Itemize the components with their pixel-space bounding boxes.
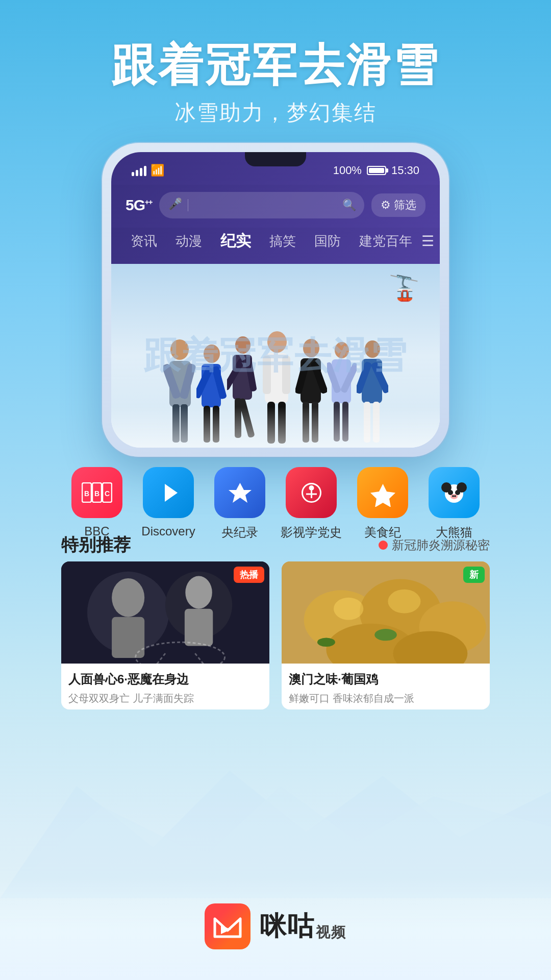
cctv-icon-circle bbox=[214, 467, 265, 518]
video-thumb-2: 新 bbox=[282, 561, 490, 664]
svg-point-59 bbox=[448, 490, 453, 495]
hero-section: 跟着冠军去滑雪 冰雪助力，梦幻集结 bbox=[0, 0, 551, 127]
phone-frame: 📶 100% 15:30 5G++ 🎤 🔍 bbox=[102, 143, 449, 457]
svg-point-82 bbox=[374, 629, 397, 641]
search-area: 5G++ 🎤 🔍 ⚙ 筛选 bbox=[111, 185, 440, 228]
badge-new: 新 bbox=[463, 567, 485, 583]
signal-icon bbox=[132, 165, 146, 176]
video-desc-2: 鲜嫩可口 香味浓郁自成一派 bbox=[289, 691, 483, 705]
channel-panda[interactable]: 大熊猫 bbox=[418, 467, 490, 541]
section-link-text: 新冠肺炎溯源秘密 bbox=[392, 537, 490, 553]
svg-point-53 bbox=[309, 485, 314, 491]
brand-logo: 5G++ bbox=[126, 198, 152, 213]
tab-anime[interactable]: 动漫 bbox=[166, 229, 211, 253]
video-title-1: 人面兽心6·恶魔在身边 bbox=[68, 671, 262, 688]
wifi-icon: 📶 bbox=[151, 164, 164, 177]
svg-point-60 bbox=[455, 490, 460, 495]
svg-marker-50 bbox=[165, 484, 178, 502]
svg-text:C: C bbox=[105, 489, 110, 498]
time-display: 15:30 bbox=[391, 164, 419, 177]
mic-icon[interactable]: 🎤 bbox=[167, 198, 183, 213]
section-link[interactable]: 新冠肺炎溯源秘密 bbox=[379, 537, 490, 553]
tab-documentary[interactable]: 纪实 bbox=[211, 228, 260, 255]
channel-food[interactable]: 美食纪 bbox=[347, 467, 418, 541]
nav-tabs: 资讯 动漫 纪实 搞笑 国防 建党百年 ☰ bbox=[111, 228, 440, 264]
filter-button[interactable]: ⚙ 筛选 bbox=[371, 193, 425, 217]
video-thumb-1: 热播 bbox=[61, 561, 269, 664]
phone-mockup: 📶 100% 15:30 5G++ 🎤 🔍 bbox=[102, 143, 449, 457]
channel-bbc[interactable]: B B C BBC bbox=[61, 467, 133, 538]
bbc-icon-circle: B B C bbox=[71, 467, 122, 518]
status-left: 📶 bbox=[132, 164, 164, 177]
phone-screen: 📶 100% 15:30 5G++ 🎤 🔍 bbox=[111, 152, 440, 448]
svg-text:B: B bbox=[94, 489, 99, 498]
phone-notch bbox=[245, 152, 306, 166]
banner: 跟着冠军去滑雪 🚡 bbox=[111, 264, 440, 448]
tab-news[interactable]: 资讯 bbox=[121, 229, 166, 253]
video-info-2: 澳门之味·葡国鸡 鲜嫩可口 香味浓郁自成一派 bbox=[282, 664, 490, 709]
app-logo-icon bbox=[205, 903, 251, 949]
svg-point-81 bbox=[388, 590, 420, 614]
video-card-2[interactable]: 新 澳门之味·葡国鸡 鲜嫩可口 香味浓郁自成一派 bbox=[282, 561, 490, 709]
video-info-1: 人面兽心6·恶魔在身边 父母双双身亡 儿子满面失踪 bbox=[61, 664, 269, 709]
hero-subtitle: 冰雪助力，梦幻集结 bbox=[0, 99, 551, 127]
svg-point-61 bbox=[450, 494, 458, 499]
channel-cctv[interactable]: 央纪录 bbox=[204, 467, 276, 541]
channel-party[interactable]: 影视学党史 bbox=[276, 467, 347, 541]
svg-marker-85 bbox=[221, 925, 231, 934]
svg-text:B: B bbox=[84, 489, 89, 498]
hero-title: 跟着冠军去滑雪 bbox=[0, 41, 551, 90]
channel-discovery[interactable]: Discovery bbox=[133, 467, 204, 538]
search-divider bbox=[188, 199, 188, 211]
video-title-2: 澳门之味·葡国鸡 bbox=[289, 671, 483, 688]
video-cards-row: 热播 人面兽心6·恶魔在身边 父母双双身亡 儿子满面失踪 bbox=[61, 561, 490, 709]
svg-marker-84 bbox=[215, 919, 240, 937]
svg-point-62 bbox=[452, 495, 454, 497]
status-right: 100% 15:30 bbox=[333, 164, 419, 177]
svg-rect-70 bbox=[185, 609, 213, 646]
svg-point-69 bbox=[185, 576, 212, 609]
badge-hot: 热播 bbox=[234, 567, 264, 583]
tab-defense[interactable]: 国防 bbox=[305, 229, 350, 253]
filter-icon: ⚙ bbox=[381, 199, 391, 212]
nav-more-icon[interactable]: ☰ bbox=[421, 233, 434, 250]
svg-point-66 bbox=[112, 578, 144, 617]
channel-icons-row: B B C BBC Discovery 央纪录 bbox=[61, 467, 490, 541]
search-bar[interactable]: 🎤 🔍 bbox=[159, 192, 364, 218]
svg-point-63 bbox=[454, 495, 456, 497]
bottom-logo: 咪咕 视频 bbox=[205, 903, 346, 949]
tab-party100[interactable]: 建党百年 bbox=[350, 229, 421, 253]
section-header: 特别推荐 新冠肺炎溯源秘密 bbox=[61, 533, 490, 557]
video-desc-1: 父母双双身亡 儿子满面失踪 bbox=[68, 691, 262, 705]
link-dot-icon bbox=[379, 541, 388, 550]
cable-car-icon: 🚡 bbox=[389, 274, 419, 303]
discovery-icon-circle bbox=[143, 467, 194, 518]
search-icon[interactable]: 🔍 bbox=[342, 199, 356, 212]
banner-snow bbox=[111, 407, 440, 448]
video-card-1[interactable]: 热播 人面兽心6·恶魔在身边 父母双双身亡 儿子满面失踪 bbox=[61, 561, 269, 709]
battery-icon bbox=[367, 166, 386, 175]
svg-point-83 bbox=[317, 638, 335, 647]
app-name: 咪咕 视频 bbox=[260, 909, 346, 944]
banner-text-overlay: 跟着冠军去滑雪 bbox=[143, 331, 408, 380]
svg-point-80 bbox=[334, 598, 363, 620]
tab-comedy[interactable]: 搞笑 bbox=[260, 229, 305, 253]
panda-icon-circle bbox=[429, 467, 480, 518]
svg-marker-51 bbox=[229, 483, 252, 503]
app-name-suffix: 视频 bbox=[316, 923, 346, 942]
food-icon-circle bbox=[357, 467, 408, 518]
battery-percent: 100% bbox=[333, 164, 362, 177]
section-title: 特别推荐 bbox=[61, 533, 131, 557]
party-icon-circle bbox=[286, 467, 337, 518]
